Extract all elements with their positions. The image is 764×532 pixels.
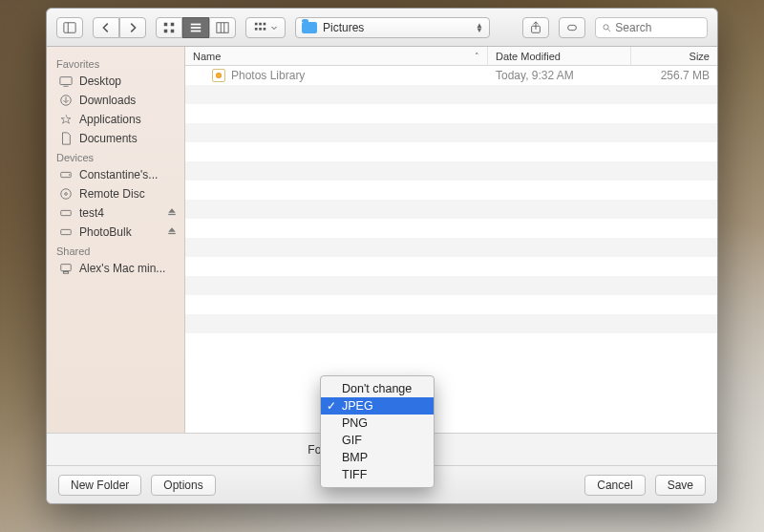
tag-icon bbox=[565, 21, 579, 34]
svg-marker-33 bbox=[168, 227, 176, 231]
format-option-dont-change[interactable]: Don't change bbox=[321, 380, 434, 397]
menu-item-label: PNG bbox=[342, 416, 368, 430]
options-button[interactable]: Options bbox=[151, 475, 215, 496]
sidebar-item-label: Constantine's... bbox=[79, 168, 158, 181]
menu-item-label: GIF bbox=[342, 434, 362, 447]
svg-rect-13 bbox=[259, 22, 262, 25]
svg-point-20 bbox=[604, 24, 608, 29]
file-size: 256.7 MB bbox=[661, 69, 710, 82]
svg-rect-32 bbox=[61, 229, 72, 234]
apps-icon bbox=[58, 113, 74, 126]
chevron-right-icon bbox=[126, 21, 139, 34]
sidebar-heading-devices: Devices bbox=[47, 148, 184, 165]
sidebar-item-label: Documents bbox=[79, 132, 138, 145]
svg-line-21 bbox=[607, 29, 610, 32]
sidebar-item-photobulk[interactable]: PhotoBulk bbox=[47, 223, 184, 242]
sidebar-toggle-group bbox=[56, 17, 83, 38]
share-group bbox=[522, 17, 549, 38]
sidebar-item-label: Desktop bbox=[79, 74, 121, 88]
sidebar-item-applications[interactable]: Applications bbox=[47, 110, 184, 129]
eject-button[interactable] bbox=[167, 206, 177, 220]
button-label: Cancel bbox=[597, 479, 632, 492]
search-icon bbox=[602, 22, 611, 33]
button-label: New Folder bbox=[71, 479, 129, 492]
share-icon bbox=[529, 21, 542, 34]
svg-rect-0 bbox=[64, 22, 75, 32]
menu-item-label: BMP bbox=[342, 451, 368, 464]
sidebar-item-alex-mac[interactable]: Alex's Mac min... bbox=[47, 259, 184, 278]
chevron-left-icon bbox=[99, 21, 113, 34]
file-date: Today, 9:32 AM bbox=[496, 69, 574, 82]
share-button[interactable] bbox=[522, 17, 549, 38]
sidebar-toggle-button[interactable] bbox=[56, 17, 83, 38]
sidebar-item-downloads[interactable]: Downloads bbox=[47, 91, 184, 110]
file-row[interactable]: Photos Library Today, 9:32 AM 256.7 MB bbox=[185, 66, 717, 85]
chevron-down-icon bbox=[270, 21, 278, 34]
menu-item-label: Don't change bbox=[342, 382, 412, 395]
photos-library-icon bbox=[212, 69, 225, 82]
tags-button[interactable] bbox=[559, 17, 585, 38]
sidebar-item-documents[interactable]: Documents bbox=[47, 129, 184, 148]
svg-rect-5 bbox=[171, 29, 175, 32]
eject-button[interactable] bbox=[167, 225, 177, 239]
back-button[interactable] bbox=[93, 17, 119, 38]
svg-rect-14 bbox=[263, 22, 265, 25]
sidebar-heading-shared: Shared bbox=[47, 242, 184, 259]
sidebar-item-constantines[interactable]: Constantine's... bbox=[47, 165, 184, 184]
format-option-gif[interactable]: GIF bbox=[321, 432, 434, 449]
format-option-tiff[interactable]: TIFF bbox=[321, 466, 434, 483]
desktop-icon bbox=[58, 74, 74, 88]
menu-item-label: TIFF bbox=[342, 468, 367, 481]
arrange-icon bbox=[254, 21, 267, 34]
save-button[interactable]: Save bbox=[655, 475, 706, 496]
search-field[interactable] bbox=[595, 17, 708, 38]
svg-rect-3 bbox=[171, 22, 175, 26]
column-header-name[interactable]: Name ˄ bbox=[185, 47, 488, 65]
column-label: Size bbox=[690, 51, 710, 62]
documents-icon bbox=[58, 132, 74, 145]
path-popup-button[interactable]: Pictures ▲▼ bbox=[295, 17, 490, 38]
column-label: Date Modified bbox=[496, 51, 561, 62]
icon-view-button[interactable] bbox=[156, 17, 182, 38]
svg-rect-31 bbox=[168, 214, 176, 215]
format-option-png[interactable]: PNG bbox=[321, 415, 434, 432]
column-header-date[interactable]: Date Modified bbox=[488, 47, 631, 65]
tags-group bbox=[559, 17, 585, 38]
svg-rect-15 bbox=[254, 28, 257, 31]
forward-button[interactable] bbox=[119, 17, 146, 38]
svg-rect-36 bbox=[63, 272, 68, 274]
file-list: Name ˄ Date Modified Size Photos Library bbox=[185, 47, 717, 433]
svg-rect-34 bbox=[168, 233, 176, 234]
sidebar-item-label: Remote Disc bbox=[79, 187, 145, 201]
format-menu[interactable]: Don't change JPEG PNG GIF BMP TIFF bbox=[320, 375, 435, 488]
svg-rect-35 bbox=[61, 265, 72, 271]
svg-rect-29 bbox=[61, 210, 72, 215]
sidebar-item-label: PhotoBulk bbox=[79, 225, 132, 239]
new-folder-button[interactable]: New Folder bbox=[58, 475, 141, 496]
svg-rect-4 bbox=[164, 29, 168, 32]
button-label: Save bbox=[668, 479, 693, 492]
column-label: Name bbox=[193, 51, 221, 62]
sidebar-item-label: Alex's Mac min... bbox=[79, 262, 165, 275]
svg-rect-16 bbox=[259, 28, 262, 31]
search-input[interactable] bbox=[615, 21, 701, 34]
sidebar-item-test4[interactable]: test4 bbox=[47, 203, 184, 223]
disc-icon bbox=[58, 187, 74, 201]
sidebar-item-label: Applications bbox=[79, 113, 141, 126]
column-header-size[interactable]: Size bbox=[631, 47, 717, 65]
column-view-button[interactable] bbox=[209, 17, 236, 38]
sidebar-item-remote-disc[interactable]: Remote Disc bbox=[47, 184, 184, 203]
file-rows[interactable]: Photos Library Today, 9:32 AM 256.7 MB bbox=[185, 66, 717, 433]
sidebar-item-desktop[interactable]: Desktop bbox=[47, 72, 184, 91]
list-view-button[interactable] bbox=[182, 17, 209, 38]
arrange-group bbox=[245, 17, 286, 38]
toolbar: Pictures ▲▼ bbox=[47, 9, 717, 47]
format-option-bmp[interactable]: BMP bbox=[321, 449, 434, 466]
svg-point-28 bbox=[65, 193, 68, 196]
arrange-button[interactable] bbox=[245, 17, 286, 38]
volume-icon bbox=[58, 225, 74, 239]
folder-icon bbox=[302, 22, 317, 33]
format-option-jpeg[interactable]: JPEG bbox=[321, 397, 434, 415]
downloads-icon bbox=[58, 94, 74, 107]
cancel-button[interactable]: Cancel bbox=[584, 475, 645, 496]
